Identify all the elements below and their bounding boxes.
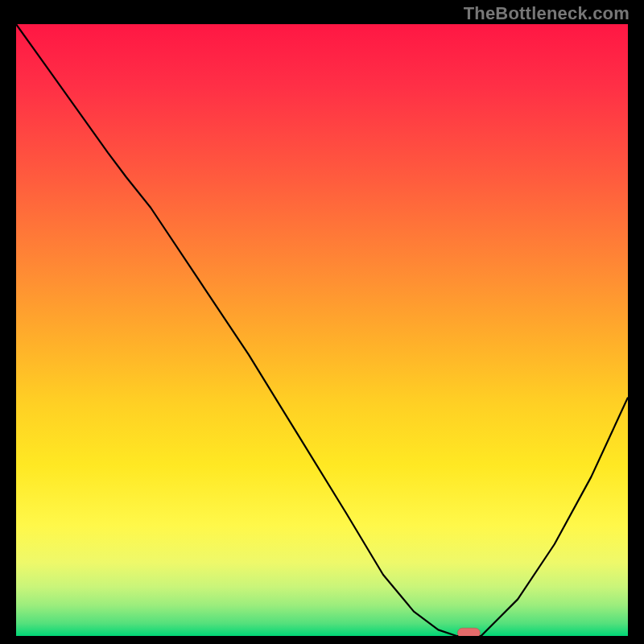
bottleneck-curve — [16, 24, 628, 636]
chart-frame: TheBottleneck.com — [0, 0, 644, 644]
chart-overlay — [16, 24, 628, 636]
plot-border — [16, 24, 628, 636]
attribution-text: TheBottleneck.com — [464, 3, 630, 24]
optimum-marker — [457, 628, 480, 636]
